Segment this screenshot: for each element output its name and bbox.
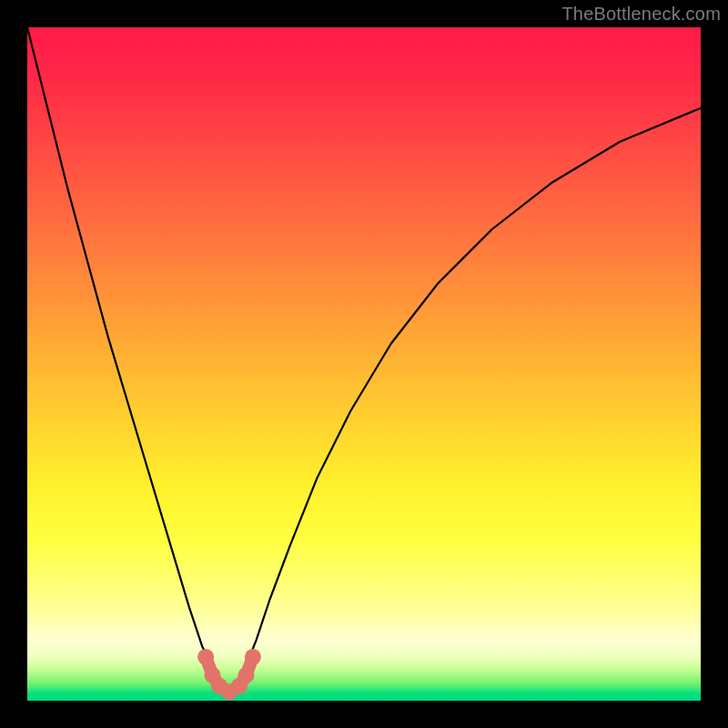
valley-marker-group [197, 649, 261, 700]
bottleneck-curve [27, 27, 701, 692]
valley-marker-dot [238, 667, 255, 683]
chart-frame: TheBottleneck.com [0, 0, 728, 728]
valley-marker-dot [197, 649, 214, 665]
valley-marker-dot [245, 649, 261, 665]
plot-area [27, 27, 701, 701]
watermark-text: TheBottleneck.com [561, 4, 721, 25]
chart-svg [27, 27, 701, 701]
